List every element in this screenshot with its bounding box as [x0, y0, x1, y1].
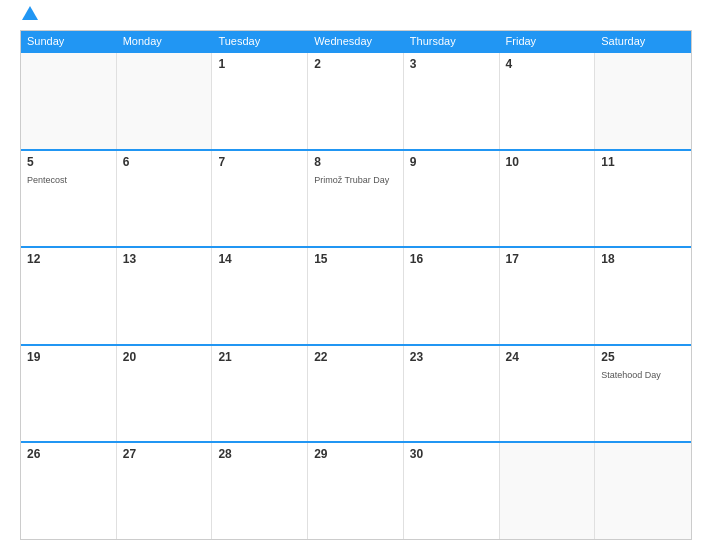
day-number: 10 [506, 155, 589, 169]
week-row-1: 1234 [21, 51, 691, 149]
day-cell: 30 [404, 443, 500, 539]
day-cell: 4 [500, 53, 596, 149]
day-number: 22 [314, 350, 397, 364]
day-cell [500, 443, 596, 539]
logo-triangle-icon [22, 6, 38, 20]
day-number: 2 [314, 57, 397, 71]
day-number: 8 [314, 155, 397, 169]
day-cell: 12 [21, 248, 117, 344]
day-cell: 26 [21, 443, 117, 539]
day-header-wednesday: Wednesday [308, 31, 404, 51]
day-number: 28 [218, 447, 301, 461]
day-number: 4 [506, 57, 589, 71]
day-header-friday: Friday [500, 31, 596, 51]
day-number: 3 [410, 57, 493, 71]
weeks-container: 12345Pentecost678Primož Trubar Day910111… [21, 51, 691, 539]
day-cell: 7 [212, 151, 308, 247]
day-cell: 28 [212, 443, 308, 539]
week-row-5: 2627282930 [21, 441, 691, 539]
day-cell: 27 [117, 443, 213, 539]
day-number: 7 [218, 155, 301, 169]
day-headers-row: SundayMondayTuesdayWednesdayThursdayFrid… [21, 31, 691, 51]
day-number: 12 [27, 252, 110, 266]
day-event: Primož Trubar Day [314, 175, 389, 185]
week-row-2: 5Pentecost678Primož Trubar Day91011 [21, 149, 691, 247]
day-number: 29 [314, 447, 397, 461]
day-cell: 8Primož Trubar Day [308, 151, 404, 247]
calendar-grid: SundayMondayTuesdayWednesdayThursdayFrid… [20, 30, 692, 540]
day-cell: 5Pentecost [21, 151, 117, 247]
logo [20, 16, 38, 20]
day-header-thursday: Thursday [404, 31, 500, 51]
day-number: 6 [123, 155, 206, 169]
week-row-4: 19202122232425Statehood Day [21, 344, 691, 442]
day-number: 30 [410, 447, 493, 461]
day-cell [117, 53, 213, 149]
day-cell: 17 [500, 248, 596, 344]
day-cell: 2 [308, 53, 404, 149]
week-row-3: 12131415161718 [21, 246, 691, 344]
day-cell: 15 [308, 248, 404, 344]
day-number: 16 [410, 252, 493, 266]
day-number: 17 [506, 252, 589, 266]
day-cell [21, 53, 117, 149]
day-number: 15 [314, 252, 397, 266]
day-cell: 21 [212, 346, 308, 442]
day-cell: 25Statehood Day [595, 346, 691, 442]
day-number: 5 [27, 155, 110, 169]
day-cell: 22 [308, 346, 404, 442]
day-number: 25 [601, 350, 685, 364]
day-event: Pentecost [27, 175, 67, 185]
day-number: 19 [27, 350, 110, 364]
day-number: 21 [218, 350, 301, 364]
day-header-tuesday: Tuesday [212, 31, 308, 51]
day-cell: 18 [595, 248, 691, 344]
day-event: Statehood Day [601, 370, 661, 380]
day-cell [595, 443, 691, 539]
day-number: 24 [506, 350, 589, 364]
day-cell: 9 [404, 151, 500, 247]
day-cell [595, 53, 691, 149]
day-number: 23 [410, 350, 493, 364]
day-number: 11 [601, 155, 685, 169]
day-number: 20 [123, 350, 206, 364]
day-header-monday: Monday [117, 31, 213, 51]
day-cell: 29 [308, 443, 404, 539]
day-cell: 23 [404, 346, 500, 442]
day-number: 26 [27, 447, 110, 461]
day-number: 13 [123, 252, 206, 266]
day-header-sunday: Sunday [21, 31, 117, 51]
day-number: 14 [218, 252, 301, 266]
day-cell: 3 [404, 53, 500, 149]
day-cell: 1 [212, 53, 308, 149]
day-number: 18 [601, 252, 685, 266]
day-cell: 24 [500, 346, 596, 442]
day-cell: 20 [117, 346, 213, 442]
calendar-page: SundayMondayTuesdayWednesdayThursdayFrid… [0, 0, 712, 550]
header [20, 16, 692, 20]
day-number: 9 [410, 155, 493, 169]
day-cell: 13 [117, 248, 213, 344]
day-cell: 10 [500, 151, 596, 247]
day-cell: 16 [404, 248, 500, 344]
day-cell: 11 [595, 151, 691, 247]
day-cell: 14 [212, 248, 308, 344]
day-number: 1 [218, 57, 301, 71]
day-cell: 6 [117, 151, 213, 247]
day-header-saturday: Saturday [595, 31, 691, 51]
day-cell: 19 [21, 346, 117, 442]
day-number: 27 [123, 447, 206, 461]
